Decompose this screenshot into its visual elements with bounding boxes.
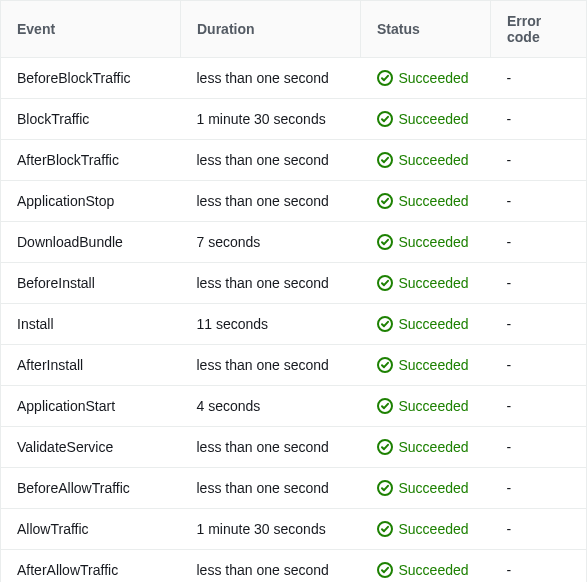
- cell-status: Succeeded: [361, 345, 491, 386]
- cell-status: Succeeded: [361, 181, 491, 222]
- success-check-icon: [377, 316, 393, 332]
- table-row: Install11 secondsSucceeded-: [1, 304, 587, 345]
- success-check-icon: [377, 439, 393, 455]
- cell-status: Succeeded: [361, 58, 491, 99]
- status-text: Succeeded: [399, 562, 469, 578]
- cell-error-code: -: [491, 222, 587, 263]
- cell-event: AfterBlockTraffic: [1, 140, 181, 181]
- cell-status: Succeeded: [361, 222, 491, 263]
- table-row: AllowTraffic1 minute 30 secondsSucceeded…: [1, 509, 587, 550]
- cell-status: Succeeded: [361, 263, 491, 304]
- events-table: Event Duration Status Error code BeforeB…: [0, 0, 587, 582]
- table-row: BeforeAllowTrafficless than one secondSu…: [1, 468, 587, 509]
- status-text: Succeeded: [399, 357, 469, 373]
- table-row: BlockTraffic1 minute 30 secondsSucceeded…: [1, 99, 587, 140]
- cell-status: Succeeded: [361, 468, 491, 509]
- status-text: Succeeded: [399, 316, 469, 332]
- table-row: BeforeBlockTrafficless than one secondSu…: [1, 58, 587, 99]
- cell-event: BlockTraffic: [1, 99, 181, 140]
- cell-error-code: -: [491, 427, 587, 468]
- cell-status: Succeeded: [361, 140, 491, 181]
- table-row: DownloadBundle7 secondsSucceeded-: [1, 222, 587, 263]
- table-row: AfterAllowTrafficless than one secondSuc…: [1, 550, 587, 583]
- cell-status: Succeeded: [361, 304, 491, 345]
- success-check-icon: [377, 234, 393, 250]
- cell-status: Succeeded: [361, 386, 491, 427]
- success-check-icon: [377, 398, 393, 414]
- header-duration[interactable]: Duration: [181, 1, 361, 58]
- cell-error-code: -: [491, 58, 587, 99]
- table-row: ValidateServiceless than one secondSucce…: [1, 427, 587, 468]
- success-check-icon: [377, 70, 393, 86]
- cell-error-code: -: [491, 140, 587, 181]
- cell-event: Install: [1, 304, 181, 345]
- cell-duration: less than one second: [181, 181, 361, 222]
- status-text: Succeeded: [399, 152, 469, 168]
- success-check-icon: [377, 193, 393, 209]
- status-text: Succeeded: [399, 111, 469, 127]
- table-row: BeforeInstallless than one secondSucceed…: [1, 263, 587, 304]
- cell-duration: less than one second: [181, 140, 361, 181]
- cell-status: Succeeded: [361, 427, 491, 468]
- cell-event: AfterInstall: [1, 345, 181, 386]
- cell-event: ApplicationStart: [1, 386, 181, 427]
- status-text: Succeeded: [399, 480, 469, 496]
- cell-error-code: -: [491, 550, 587, 583]
- status-text: Succeeded: [399, 521, 469, 537]
- success-check-icon: [377, 357, 393, 373]
- table-row: ApplicationStopless than one secondSucce…: [1, 181, 587, 222]
- header-event[interactable]: Event: [1, 1, 181, 58]
- cell-duration: less than one second: [181, 468, 361, 509]
- cell-event: DownloadBundle: [1, 222, 181, 263]
- cell-status: Succeeded: [361, 550, 491, 583]
- cell-duration: less than one second: [181, 58, 361, 99]
- cell-error-code: -: [491, 304, 587, 345]
- status-text: Succeeded: [399, 70, 469, 86]
- status-text: Succeeded: [399, 234, 469, 250]
- success-check-icon: [377, 562, 393, 578]
- status-text: Succeeded: [399, 398, 469, 414]
- cell-event: BeforeInstall: [1, 263, 181, 304]
- cell-event: AllowTraffic: [1, 509, 181, 550]
- cell-duration: 7 seconds: [181, 222, 361, 263]
- table-header-row: Event Duration Status Error code: [1, 1, 587, 58]
- cell-error-code: -: [491, 509, 587, 550]
- table-row: AfterBlockTrafficless than one secondSuc…: [1, 140, 587, 181]
- status-text: Succeeded: [399, 275, 469, 291]
- table-row: AfterInstallless than one secondSucceede…: [1, 345, 587, 386]
- cell-duration: less than one second: [181, 345, 361, 386]
- cell-error-code: -: [491, 263, 587, 304]
- cell-event: AfterAllowTraffic: [1, 550, 181, 583]
- header-status[interactable]: Status: [361, 1, 491, 58]
- header-error-code[interactable]: Error code: [491, 1, 587, 58]
- success-check-icon: [377, 521, 393, 537]
- success-check-icon: [377, 275, 393, 291]
- cell-error-code: -: [491, 345, 587, 386]
- cell-duration: less than one second: [181, 263, 361, 304]
- cell-duration: 11 seconds: [181, 304, 361, 345]
- cell-status: Succeeded: [361, 509, 491, 550]
- cell-duration: less than one second: [181, 550, 361, 583]
- cell-duration: 1 minute 30 seconds: [181, 509, 361, 550]
- cell-error-code: -: [491, 468, 587, 509]
- status-text: Succeeded: [399, 193, 469, 209]
- cell-event: BeforeBlockTraffic: [1, 58, 181, 99]
- cell-status: Succeeded: [361, 99, 491, 140]
- status-text: Succeeded: [399, 439, 469, 455]
- cell-error-code: -: [491, 181, 587, 222]
- cell-event: BeforeAllowTraffic: [1, 468, 181, 509]
- success-check-icon: [377, 111, 393, 127]
- table-row: ApplicationStart4 secondsSucceeded-: [1, 386, 587, 427]
- cell-error-code: -: [491, 386, 587, 427]
- cell-error-code: -: [491, 99, 587, 140]
- cell-duration: less than one second: [181, 427, 361, 468]
- cell-event: ValidateService: [1, 427, 181, 468]
- success-check-icon: [377, 152, 393, 168]
- cell-duration: 4 seconds: [181, 386, 361, 427]
- cell-duration: 1 minute 30 seconds: [181, 99, 361, 140]
- cell-event: ApplicationStop: [1, 181, 181, 222]
- success-check-icon: [377, 480, 393, 496]
